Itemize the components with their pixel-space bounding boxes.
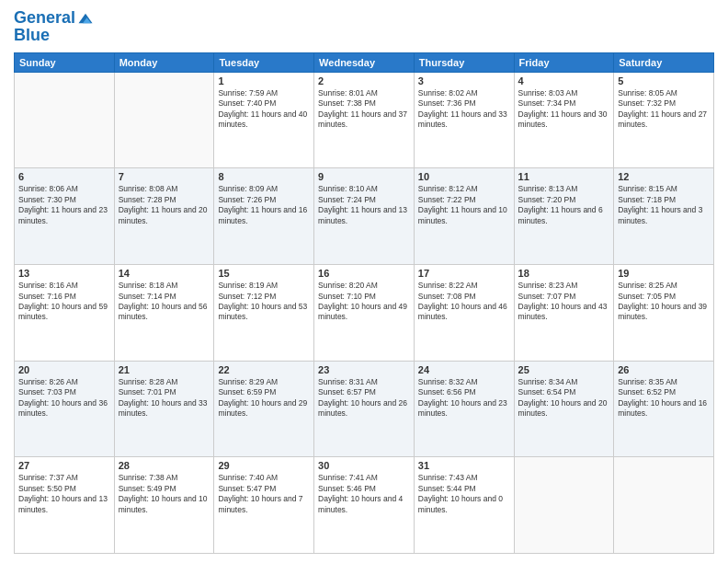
- day-number: 21: [119, 364, 210, 375]
- day-info: Sunrise: 7:38 AMSunset: 5:49 PMDaylight:…: [119, 473, 210, 515]
- calendar-cell: [514, 457, 614, 554]
- day-number: 4: [518, 75, 610, 86]
- day-number: 23: [318, 364, 410, 375]
- day-info: Sunrise: 8:12 AMSunset: 7:22 PMDaylight:…: [418, 184, 510, 226]
- calendar-cell: 1Sunrise: 7:59 AMSunset: 7:40 PMDaylight…: [214, 72, 314, 168]
- col-header-sunday: Sunday: [15, 52, 115, 72]
- day-number: 12: [618, 171, 710, 182]
- col-header-wednesday: Wednesday: [314, 52, 415, 72]
- calendar-cell: [114, 72, 214, 168]
- calendar-cell: 14Sunrise: 8:18 AMSunset: 7:14 PMDayligh…: [114, 265, 214, 362]
- calendar-cell: 16Sunrise: 8:20 AMSunset: 7:10 PMDayligh…: [314, 265, 415, 362]
- calendar-body: 1Sunrise: 7:59 AMSunset: 7:40 PMDaylight…: [15, 72, 714, 553]
- week-row-3: 13Sunrise: 8:16 AMSunset: 7:16 PMDayligh…: [15, 265, 714, 362]
- day-number: 29: [218, 460, 310, 471]
- calendar-cell: 22Sunrise: 8:29 AMSunset: 6:59 PMDayligh…: [214, 361, 314, 457]
- day-number: 24: [418, 364, 510, 375]
- calendar-cell: 6Sunrise: 8:06 AMSunset: 7:30 PMDaylight…: [15, 168, 115, 265]
- calendar-cell: 18Sunrise: 8:23 AMSunset: 7:07 PMDayligh…: [514, 265, 614, 362]
- calendar-cell: 21Sunrise: 8:28 AMSunset: 7:01 PMDayligh…: [114, 361, 214, 457]
- day-info: Sunrise: 8:28 AMSunset: 7:01 PMDaylight:…: [119, 377, 210, 419]
- day-info: Sunrise: 8:03 AMSunset: 7:34 PMDaylight:…: [518, 88, 610, 131]
- calendar-page: General Blue SundayMondayTuesdayWednesda…: [0, 0, 728, 563]
- header: General Blue: [14, 9, 714, 45]
- calendar-cell: 10Sunrise: 8:12 AMSunset: 7:22 PMDayligh…: [414, 168, 514, 265]
- day-info: Sunrise: 8:10 AMSunset: 7:24 PMDaylight:…: [318, 184, 410, 226]
- day-number: 3: [418, 75, 510, 86]
- day-info: Sunrise: 7:43 AMSunset: 5:44 PMDaylight:…: [418, 473, 510, 515]
- calendar-cell: 9Sunrise: 8:10 AMSunset: 7:24 PMDaylight…: [314, 168, 415, 265]
- day-info: Sunrise: 8:31 AMSunset: 6:57 PMDaylight:…: [318, 377, 410, 419]
- day-number: 19: [618, 268, 710, 279]
- calendar-cell: 28Sunrise: 7:38 AMSunset: 5:49 PMDayligh…: [114, 457, 214, 554]
- day-number: 7: [119, 171, 210, 182]
- calendar-cell: 15Sunrise: 8:19 AMSunset: 7:12 PMDayligh…: [214, 265, 314, 362]
- day-number: 8: [218, 171, 310, 182]
- day-info: Sunrise: 8:13 AMSunset: 7:20 PMDaylight:…: [518, 184, 610, 226]
- day-number: 20: [18, 364, 110, 375]
- day-number: 18: [518, 268, 610, 279]
- day-info: Sunrise: 8:26 AMSunset: 7:03 PMDaylight:…: [18, 377, 110, 419]
- day-info: Sunrise: 7:59 AMSunset: 7:40 PMDaylight:…: [218, 88, 310, 131]
- day-number: 30: [318, 460, 410, 471]
- day-info: Sunrise: 8:20 AMSunset: 7:10 PMDaylight:…: [318, 281, 410, 323]
- day-number: 10: [418, 171, 510, 182]
- day-info: Sunrise: 8:19 AMSunset: 7:12 PMDaylight:…: [218, 281, 310, 323]
- day-info: Sunrise: 8:16 AMSunset: 7:16 PMDaylight:…: [18, 281, 110, 323]
- calendar-header-row: SundayMondayTuesdayWednesdayThursdayFrid…: [15, 52, 714, 72]
- day-number: 28: [119, 460, 210, 471]
- day-info: Sunrise: 8:02 AMSunset: 7:36 PMDaylight:…: [418, 88, 510, 131]
- col-header-saturday: Saturday: [614, 52, 714, 72]
- calendar-cell: 4Sunrise: 8:03 AMSunset: 7:34 PMDaylight…: [514, 72, 614, 168]
- calendar-cell: 20Sunrise: 8:26 AMSunset: 7:03 PMDayligh…: [15, 361, 115, 457]
- day-info: Sunrise: 7:41 AMSunset: 5:46 PMDaylight:…: [318, 473, 410, 515]
- col-header-thursday: Thursday: [414, 52, 514, 72]
- week-row-5: 27Sunrise: 7:37 AMSunset: 5:50 PMDayligh…: [15, 457, 714, 554]
- col-header-friday: Friday: [514, 52, 614, 72]
- day-info: Sunrise: 8:25 AMSunset: 7:05 PMDaylight:…: [618, 281, 710, 323]
- day-number: 14: [119, 268, 210, 279]
- calendar-cell: [614, 457, 714, 554]
- calendar-cell: 12Sunrise: 8:15 AMSunset: 7:18 PMDayligh…: [614, 168, 714, 265]
- day-number: 27: [18, 460, 110, 471]
- day-number: 15: [218, 268, 310, 279]
- day-number: 9: [318, 171, 410, 182]
- week-row-4: 20Sunrise: 8:26 AMSunset: 7:03 PMDayligh…: [15, 361, 714, 457]
- calendar-cell: 3Sunrise: 8:02 AMSunset: 7:36 PMDaylight…: [414, 72, 514, 168]
- day-info: Sunrise: 7:40 AMSunset: 5:47 PMDaylight:…: [218, 473, 310, 515]
- day-number: 26: [618, 364, 710, 375]
- day-info: Sunrise: 8:05 AMSunset: 7:32 PMDaylight:…: [618, 88, 710, 131]
- day-info: Sunrise: 8:22 AMSunset: 7:08 PMDaylight:…: [418, 281, 510, 323]
- day-number: 5: [618, 75, 710, 86]
- day-number: 22: [218, 364, 310, 375]
- day-number: 11: [518, 171, 610, 182]
- col-header-monday: Monday: [114, 52, 214, 72]
- logo-text: General: [14, 9, 94, 28]
- day-number: 16: [318, 268, 410, 279]
- calendar-cell: 23Sunrise: 8:31 AMSunset: 6:57 PMDayligh…: [314, 361, 415, 457]
- day-info: Sunrise: 8:06 AMSunset: 7:30 PMDaylight:…: [18, 184, 110, 226]
- col-header-tuesday: Tuesday: [214, 52, 314, 72]
- day-info: Sunrise: 8:32 AMSunset: 6:56 PMDaylight:…: [418, 377, 510, 419]
- day-number: 1: [218, 75, 310, 86]
- calendar-cell: 11Sunrise: 8:13 AMSunset: 7:20 PMDayligh…: [514, 168, 614, 265]
- day-number: 2: [318, 75, 410, 86]
- day-number: 25: [518, 364, 610, 375]
- day-number: 17: [418, 268, 510, 279]
- day-info: Sunrise: 8:23 AMSunset: 7:07 PMDaylight:…: [518, 281, 610, 323]
- day-info: Sunrise: 8:35 AMSunset: 6:52 PMDaylight:…: [618, 377, 710, 419]
- day-number: 31: [418, 460, 510, 471]
- week-row-2: 6Sunrise: 8:06 AMSunset: 7:30 PMDaylight…: [15, 168, 714, 265]
- week-row-1: 1Sunrise: 7:59 AMSunset: 7:40 PMDaylight…: [15, 72, 714, 168]
- calendar-table: SundayMondayTuesdayWednesdayThursdayFrid…: [14, 52, 714, 554]
- day-info: Sunrise: 8:29 AMSunset: 6:59 PMDaylight:…: [218, 377, 310, 419]
- calendar-cell: 29Sunrise: 7:40 AMSunset: 5:47 PMDayligh…: [214, 457, 314, 554]
- logo-blue: Blue: [14, 26, 94, 45]
- calendar-cell: 30Sunrise: 7:41 AMSunset: 5:46 PMDayligh…: [314, 457, 415, 554]
- calendar-cell: 17Sunrise: 8:22 AMSunset: 7:08 PMDayligh…: [414, 265, 514, 362]
- day-info: Sunrise: 8:08 AMSunset: 7:28 PMDaylight:…: [119, 184, 210, 226]
- day-info: Sunrise: 7:37 AMSunset: 5:50 PMDaylight:…: [18, 473, 110, 515]
- day-info: Sunrise: 8:34 AMSunset: 6:54 PMDaylight:…: [518, 377, 610, 419]
- calendar-cell: 7Sunrise: 8:08 AMSunset: 7:28 PMDaylight…: [114, 168, 214, 265]
- calendar-cell: 26Sunrise: 8:35 AMSunset: 6:52 PMDayligh…: [614, 361, 714, 457]
